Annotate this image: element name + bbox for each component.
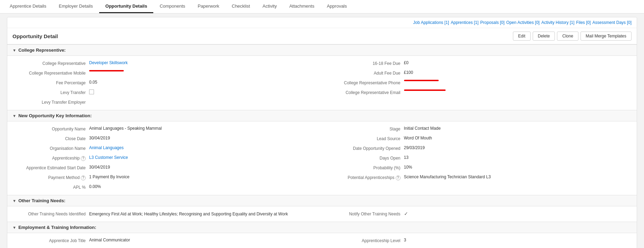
opportunity-section: ▼ New Opportunity Key Information: Oppor… [7,110,637,195]
page-title: Opportunity Detail [12,33,58,39]
opportunity-section-header[interactable]: ▼ New Opportunity Key Information: [7,110,637,121]
college-right-col: 16-18 Fee Due £0 Adult Fee Due £100 Coll… [322,59,637,107]
subnav-apprentices[interactable]: Apprentices [1] [451,20,479,25]
clone-button[interactable]: Clone [557,32,578,41]
employment-fields-grid: Apprentice Job Title Animal Communicator… [7,233,637,248]
value-stage: Initial Contact Made [404,126,628,131]
tab-components[interactable]: Components [153,0,191,13]
field-date-opened: Date Opportunity Opened 29/03/2019 ✎ [326,144,634,153]
label-college-rep-phone: College Representative Phone [328,80,404,85]
label-close-date: Close Date [13,136,89,141]
help-icon-apprenticeship[interactable]: ? [81,156,86,161]
employment-section: ▼ Employment & Training Information: App… [7,222,637,248]
help-icon-potential[interactable]: ? [396,176,401,180]
label-fee-percentage: Fee Percentage [13,80,89,85]
value-apl: 0.00% [89,184,314,189]
label-potential-apprenticeships: Potential Apprenticeships ? [328,174,404,180]
label-college-mobile: College Representative Mobile [13,70,89,76]
college-section-title: College Representive: [18,48,66,53]
label-probability: Probability (%) [328,165,404,170]
label-opportunity-name: Opportunity Name [13,126,89,131]
opportunity-section-title: New Opportunity Key Information: [18,113,92,118]
chevron-down-icon: ▼ [12,225,16,230]
employment-section-header[interactable]: ▼ Employment & Training Information: [7,222,637,233]
opportunity-card: Job Applications [1] Apprentices [1] Pro… [7,17,637,248]
field-organisation-name: Organisation Name Animal Languages ✎ [11,144,319,153]
help-icon-payment[interactable]: ? [81,176,86,180]
tab-approvals[interactable]: Approvals [320,0,353,13]
field-fee-percentage: Fee Percentage 0.05 [11,78,319,88]
field-levy-transfer-employer: Levy Transfer Employer ✎ [11,97,319,107]
field-1618-fee-due: 16-18 Fee Due £0 [326,59,634,68]
training-section-title: Other Training Needs: [18,198,66,203]
tab-opportunity-details[interactable]: Opportunity Details [99,0,154,13]
training-section-header[interactable]: ▼ Other Training Needs: [7,195,637,206]
value-probability: 10% [404,165,628,170]
edit-button[interactable]: Edit [513,32,531,41]
chevron-down-icon: ▼ [12,48,16,52]
tab-activity[interactable]: Activity [256,0,283,13]
employment-section-title: Employment & Training Information: [18,225,96,230]
subnav-files[interactable]: Files [0] [576,20,591,25]
field-levy-transfer: Levy Transfer ✎ [11,88,319,97]
label-1618-fee-due: 16-18 Fee Due [328,60,404,66]
field-training-needs-identified: Other Training Needs Identified Emergenc… [11,209,319,219]
delete-button[interactable]: Delete [533,32,555,41]
checkbox-levy-transfer[interactable] [89,89,94,94]
toolbar-buttons: Edit Delete Clone Mail Merge Templates [513,32,632,41]
field-lead-source: Lead Source Word Of Mouth ✎ [326,134,634,144]
employment-right-col: Apprenticeship Level 3 [322,236,637,246]
value-college-mobile [89,70,314,71]
field-apprentice-start-date: Apprentice Estimated Start Date 30/04/20… [11,163,319,173]
field-opportunity-name: Opportunity Name Animal Languages - Spea… [11,124,319,134]
label-adult-fee-due: Adult Fee Due [328,70,404,76]
label-job-title: Apprentice Job Title [13,238,89,243]
field-notify-training-needs: Notify Other Training Needs ✓ ✎ [326,209,634,219]
college-section-header[interactable]: ▼ College Representive: [7,45,637,56]
chevron-down-icon: ▼ [12,114,16,118]
label-training-needs-identified: Other Training Needs Identified [13,211,89,216]
label-levy-transfer-employer: Levy Transfer Employer [13,99,89,105]
value-close-date: 30/04/2019 [89,136,314,140]
field-apprenticeship-level: Apprenticeship Level 3 [326,236,634,246]
field-close-date: Close Date 30/04/2019 ✎ [11,134,319,144]
tab-attachments[interactable]: Attachments [283,0,320,13]
tab-paperwork[interactable]: Paperwork [191,0,225,13]
label-organisation-name: Organisation Name [13,145,89,151]
field-college-mobile: College Representative Mobile ✎ [11,68,319,78]
value-organisation-name[interactable]: Animal Languages [89,145,314,150]
main-content: Job Applications [1] Apprentices [1] Pro… [0,14,644,248]
field-apl: APL % 0.00% ✎ [11,182,319,192]
value-apprenticeship[interactable]: L3 Customer Service [89,155,314,160]
label-days-open: Days Open [328,155,404,161]
tab-employer-details[interactable]: Employer Details [53,0,99,13]
label-payment-method: Payment Method ? [13,174,89,180]
label-apprentice-start-date: Apprentice Estimated Start Date [13,165,89,170]
value-adult-fee-due: £100 [404,70,632,75]
label-college-rep-email: College Representative Email [328,89,404,95]
subnav-proposals[interactable]: Proposals [0] [480,20,505,25]
value-notify-training-needs: ✓ [404,211,628,216]
value-apprentice-start-date: 30/04/2019 [89,165,314,170]
field-days-open: Days Open 13 ✎ [326,153,634,163]
training-fields-grid: Other Training Needs Identified Emergenc… [7,206,637,222]
value-1618-fee-due: £0 [404,60,632,65]
redacted-email [404,89,446,91]
chevron-down-icon: ▼ [12,199,16,203]
value-college-representative[interactable]: Developer Skillswork [89,60,314,65]
tab-apprentice-details[interactable]: Apprentice Details [3,0,53,13]
mail-merge-button[interactable]: Mail Merge Templates [581,32,632,41]
field-stage: Stage Initial Contact Made ✎ [326,124,634,134]
training-right-col: Notify Other Training Needs ✓ ✎ [322,209,637,219]
tab-checklist[interactable]: Checklist [225,0,256,13]
field-college-rep-email: College Representative Email ✎ [326,88,634,97]
checkmark-notify: ✓ [404,211,408,216]
label-stage: Stage [328,126,404,131]
subnav-open-activities[interactable]: Open Activities [0] [506,20,540,25]
subnav-activity-history[interactable]: Activity History [1] [541,20,574,25]
employment-left-col: Apprentice Job Title Animal Communicator… [7,236,322,246]
value-apprenticeship-level: 3 [404,238,632,242]
sub-navigation: Job Applications [1] Apprentices [1] Pro… [7,17,637,28]
subnav-job-applications[interactable]: Job Applications [1] [413,20,449,25]
subnav-assessment-days[interactable]: Assessment Days [0] [592,20,632,25]
